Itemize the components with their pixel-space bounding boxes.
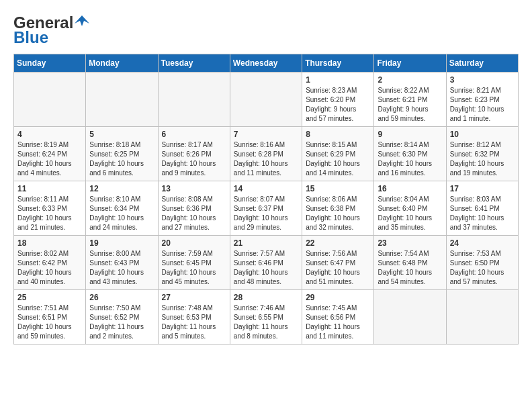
logo: General Blue xyxy=(13,13,89,47)
day-number: 4 xyxy=(17,130,82,139)
weekday-header-row: SundayMondayTuesdayWednesdayThursdayFrid… xyxy=(14,54,519,73)
calendar-cell: 2Sunrise: 8:22 AM Sunset: 6:21 PM Daylig… xyxy=(374,73,446,127)
day-info: Sunrise: 8:10 AM Sunset: 6:34 PM Dayligh… xyxy=(89,195,154,232)
day-info: Sunrise: 7:45 AM Sunset: 6:56 PM Dayligh… xyxy=(306,304,370,341)
day-info: Sunrise: 8:02 AM Sunset: 6:42 PM Dayligh… xyxy=(17,249,82,287)
calendar-cell: 26Sunrise: 7:50 AM Sunset: 6:52 PM Dayli… xyxy=(86,290,158,345)
calendar-cell: 9Sunrise: 8:14 AM Sunset: 6:30 PM Daylig… xyxy=(374,127,446,181)
calendar-cell: 19Sunrise: 8:00 AM Sunset: 6:43 PM Dayli… xyxy=(86,236,158,290)
calendar-week-2: 4Sunrise: 8:19 AM Sunset: 6:24 PM Daylig… xyxy=(14,127,519,181)
calendar-cell: 17Sunrise: 8:03 AM Sunset: 6:41 PM Dayli… xyxy=(446,181,518,236)
day-info: Sunrise: 8:06 AM Sunset: 6:38 PM Dayligh… xyxy=(306,195,370,232)
calendar-cell: 1Sunrise: 8:23 AM Sunset: 6:20 PM Daylig… xyxy=(302,73,374,127)
weekday-header-wednesday: Wednesday xyxy=(230,54,302,73)
calendar-week-1: 1Sunrise: 8:23 AM Sunset: 6:20 PM Daylig… xyxy=(14,73,519,127)
day-info: Sunrise: 7:57 AM Sunset: 6:46 PM Dayligh… xyxy=(234,249,298,287)
calendar-cell: 11Sunrise: 8:11 AM Sunset: 6:33 PM Dayli… xyxy=(14,181,86,236)
calendar-cell: 22Sunrise: 7:56 AM Sunset: 6:47 PM Dayli… xyxy=(302,236,374,290)
day-number: 21 xyxy=(234,238,298,248)
weekday-header-sunday: Sunday xyxy=(14,54,86,73)
day-info: Sunrise: 7:54 AM Sunset: 6:48 PM Dayligh… xyxy=(378,249,442,287)
day-info: Sunrise: 8:22 AM Sunset: 6:21 PM Dayligh… xyxy=(378,86,442,124)
day-number: 7 xyxy=(234,130,298,139)
calendar-week-4: 18Sunrise: 8:02 AM Sunset: 6:42 PM Dayli… xyxy=(14,236,519,290)
day-number: 3 xyxy=(450,75,515,85)
calendar-cell: 5Sunrise: 8:18 AM Sunset: 6:25 PM Daylig… xyxy=(86,127,158,181)
weekday-header-monday: Monday xyxy=(86,54,158,73)
day-number: 24 xyxy=(450,238,515,248)
svg-marker-0 xyxy=(75,15,89,26)
day-number: 14 xyxy=(234,184,298,193)
day-number: 8 xyxy=(306,130,370,139)
calendar-cell: 18Sunrise: 8:02 AM Sunset: 6:42 PM Dayli… xyxy=(14,236,86,290)
calendar-cell: 8Sunrise: 8:15 AM Sunset: 6:29 PM Daylig… xyxy=(302,127,374,181)
calendar-cell: 13Sunrise: 8:08 AM Sunset: 6:36 PM Dayli… xyxy=(158,181,230,236)
weekday-header-tuesday: Tuesday xyxy=(158,54,230,73)
day-info: Sunrise: 7:56 AM Sunset: 6:47 PM Dayligh… xyxy=(306,249,370,287)
day-info: Sunrise: 7:51 AM Sunset: 6:51 PM Dayligh… xyxy=(17,304,82,341)
day-number: 27 xyxy=(162,293,226,302)
day-number: 9 xyxy=(378,130,442,139)
day-info: Sunrise: 8:08 AM Sunset: 6:36 PM Dayligh… xyxy=(162,195,226,232)
day-number: 29 xyxy=(306,293,370,302)
day-number: 17 xyxy=(450,184,515,193)
day-info: Sunrise: 8:14 AM Sunset: 6:30 PM Dayligh… xyxy=(378,140,442,178)
calendar-cell xyxy=(158,73,230,127)
logo-bird-icon xyxy=(75,14,89,29)
calendar-cell: 15Sunrise: 8:06 AM Sunset: 6:38 PM Dayli… xyxy=(302,181,374,236)
day-number: 6 xyxy=(162,130,226,139)
day-info: Sunrise: 8:00 AM Sunset: 6:43 PM Dayligh… xyxy=(89,249,154,287)
day-number: 12 xyxy=(89,184,154,193)
day-number: 26 xyxy=(89,293,154,302)
calendar-cell xyxy=(230,73,302,127)
day-info: Sunrise: 7:59 AM Sunset: 6:45 PM Dayligh… xyxy=(162,249,226,287)
calendar-cell: 12Sunrise: 8:10 AM Sunset: 6:34 PM Dayli… xyxy=(86,181,158,236)
day-info: Sunrise: 8:12 AM Sunset: 6:32 PM Dayligh… xyxy=(450,140,515,178)
calendar-cell: 29Sunrise: 7:45 AM Sunset: 6:56 PM Dayli… xyxy=(302,290,374,345)
weekday-header-thursday: Thursday xyxy=(302,54,374,73)
calendar-table: SundayMondayTuesdayWednesdayThursdayFrid… xyxy=(13,54,519,345)
day-number: 20 xyxy=(162,238,226,248)
day-number: 1 xyxy=(306,75,370,85)
calendar-cell: 4Sunrise: 8:19 AM Sunset: 6:24 PM Daylig… xyxy=(14,127,86,181)
day-info: Sunrise: 8:18 AM Sunset: 6:25 PM Dayligh… xyxy=(89,140,154,178)
day-number: 2 xyxy=(378,75,442,85)
calendar-week-3: 11Sunrise: 8:11 AM Sunset: 6:33 PM Dayli… xyxy=(14,181,519,236)
calendar-cell: 16Sunrise: 8:04 AM Sunset: 6:40 PM Dayli… xyxy=(374,181,446,236)
day-info: Sunrise: 8:21 AM Sunset: 6:23 PM Dayligh… xyxy=(450,86,515,124)
day-number: 28 xyxy=(234,293,298,302)
day-info: Sunrise: 7:48 AM Sunset: 6:53 PM Dayligh… xyxy=(162,304,226,341)
day-info: Sunrise: 8:15 AM Sunset: 6:29 PM Dayligh… xyxy=(306,140,370,178)
weekday-header-friday: Friday xyxy=(374,54,446,73)
day-number: 18 xyxy=(17,238,82,248)
day-number: 23 xyxy=(378,238,442,248)
day-info: Sunrise: 8:07 AM Sunset: 6:37 PM Dayligh… xyxy=(234,195,298,232)
calendar-cell xyxy=(446,290,518,345)
calendar-cell: 28Sunrise: 7:46 AM Sunset: 6:55 PM Dayli… xyxy=(230,290,302,345)
day-info: Sunrise: 8:03 AM Sunset: 6:41 PM Dayligh… xyxy=(450,195,515,232)
calendar-cell xyxy=(14,73,86,127)
calendar-cell: 21Sunrise: 7:57 AM Sunset: 6:46 PM Dayli… xyxy=(230,236,302,290)
day-number: 25 xyxy=(17,293,82,302)
weekday-header-saturday: Saturday xyxy=(446,54,518,73)
calendar-cell: 10Sunrise: 8:12 AM Sunset: 6:32 PM Dayli… xyxy=(446,127,518,181)
calendar-cell xyxy=(86,73,158,127)
day-info: Sunrise: 7:50 AM Sunset: 6:52 PM Dayligh… xyxy=(89,304,154,341)
calendar-cell: 6Sunrise: 8:17 AM Sunset: 6:26 PM Daylig… xyxy=(158,127,230,181)
day-info: Sunrise: 7:46 AM Sunset: 6:55 PM Dayligh… xyxy=(234,304,298,341)
day-number: 15 xyxy=(306,184,370,193)
calendar-cell: 3Sunrise: 8:21 AM Sunset: 6:23 PM Daylig… xyxy=(446,73,518,127)
logo-blue: Blue xyxy=(13,28,48,47)
page-header: General Blue xyxy=(13,13,519,47)
day-number: 22 xyxy=(306,238,370,248)
day-info: Sunrise: 8:16 AM Sunset: 6:28 PM Dayligh… xyxy=(234,140,298,178)
day-number: 10 xyxy=(450,130,515,139)
day-number: 19 xyxy=(89,238,154,248)
calendar-cell: 23Sunrise: 7:54 AM Sunset: 6:48 PM Dayli… xyxy=(374,236,446,290)
day-info: Sunrise: 8:19 AM Sunset: 6:24 PM Dayligh… xyxy=(17,140,82,178)
day-number: 16 xyxy=(378,184,442,193)
calendar-cell: 20Sunrise: 7:59 AM Sunset: 6:45 PM Dayli… xyxy=(158,236,230,290)
calendar-cell: 24Sunrise: 7:53 AM Sunset: 6:50 PM Dayli… xyxy=(446,236,518,290)
day-number: 11 xyxy=(17,184,82,193)
day-info: Sunrise: 8:04 AM Sunset: 6:40 PM Dayligh… xyxy=(378,195,442,232)
